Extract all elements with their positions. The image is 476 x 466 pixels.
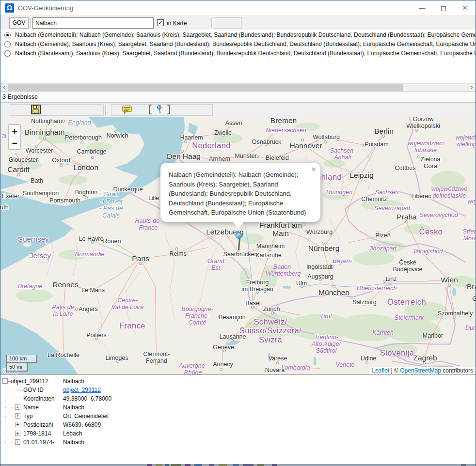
toolbar-panel [9,104,104,116]
map-pin-marker[interactable] [236,232,242,239]
app-window: Ω GOV-Geokodierung — ✕ GOV ✓ in Karte Na… [0,0,476,466]
scroll-right-button[interactable]: › [468,84,476,92]
city-dot [319,278,322,281]
toolbar-grip[interactable] [211,18,213,28]
city-dot [181,150,184,153]
city-dot [184,140,187,143]
zoom-in-button[interactable]: + [9,125,20,137]
city-dot [333,285,335,288]
tree-row-value: Lebach [63,429,82,438]
result-option[interactable]: Nalbach (Standesamt); Saarlouis (Kreis);… [0,49,476,58]
tree-expand-box[interactable]: + [15,439,20,445]
city-dot [85,165,88,168]
tree-row-value: Nalbach [63,377,84,386]
city-dot [365,361,368,364]
scroll-left-button[interactable]: ‹ [0,84,8,92]
clipped-content-sliver [0,464,476,466]
leaflet-link[interactable]: Leaflet [372,367,389,374]
city-dot [114,130,117,133]
osm-link[interactable]: OpenStreetMap [400,367,441,374]
tree-collapse-box[interactable]: − [2,378,8,384]
city-dot [56,191,59,194]
city-dot [382,135,385,138]
tree-expand-box[interactable]: + [15,422,20,427]
city-dot [376,232,379,234]
tree-expand-box[interactable]: + [15,431,20,436]
tree-row-value: Nalbach [63,403,84,412]
search-input[interactable] [32,17,154,29]
tree-connector [5,399,23,399]
tree-row-label: Postleitzahl [23,420,53,429]
close-button[interactable]: ✕ [454,0,476,16]
tree-connector [5,416,15,417]
in-karte-label: in Karte [167,20,187,27]
city-dot [383,280,386,283]
city-dot [85,196,88,199]
city-dot [305,230,308,233]
tree-row-label: 01.01.1974- [23,438,54,447]
tree-connector [5,434,15,434]
radio-button[interactable] [4,50,11,57]
toolbar-grip[interactable] [30,18,32,28]
city-dot [116,360,119,363]
tree-expand-box[interactable]: + [15,404,20,410]
zoom-control: + − [8,124,21,150]
result-option[interactable]: Nalbach (Gemeindeteil); Nalbach (Gemeind… [0,31,476,40]
horizontal-scrollbar[interactable]: ‹ › [0,83,476,91]
city-dot [80,141,83,144]
result-option[interactable]: Nalbach (Gemeinde); Saarlouis (Kreis); S… [0,40,476,49]
tree-row-value: 49,38000 6,78000 [63,394,111,403]
tree-row-label: Name [23,403,39,412]
tree-expand-box[interactable]: + [15,413,20,419]
city-dot [155,362,158,365]
city-dot [385,196,388,199]
city-dot [62,120,65,123]
city-dot [43,137,46,140]
city-dot [363,144,366,147]
result-option-text: Nalbach (Gemeindeteil); Nalbach (Gemeind… [15,31,476,38]
gov-id-link[interactable]: object_299112 [63,386,101,394]
scrollbar-thumb[interactable] [8,84,403,91]
result-count: 3 Ergebnisse [2,93,38,100]
toolbar-grip[interactable] [7,105,8,115]
tree-row-value: W6639, 66809 [63,420,101,429]
in-karte-checkbox[interactable]: ✓ [157,19,164,26]
city-dot [223,349,226,352]
result-list: Nalbach (Gemeindeteil); Nalbach (Gemeind… [0,30,476,83]
city-dot [405,220,408,223]
city-dot [423,361,426,364]
minimize-button[interactable]: — [412,0,433,16]
city-dot [220,368,222,371]
comment-bubble-icon[interactable] [121,104,133,115]
tree-row-label: Typ [23,412,32,420]
window-title: GOV-Geokodierung [18,4,73,12]
save-floppy-icon[interactable] [30,104,42,115]
maximize-icon [441,6,446,11]
map-toolbar [0,103,476,117]
radio-button[interactable] [4,41,11,47]
city-dot [140,187,143,190]
title-bar: Ω GOV-Geokodierung — ✕ [0,0,476,16]
gov-button[interactable]: GOV [9,17,29,29]
result-option-text: Nalbach (Gemeinde); Saarlouis (Kreis); S… [15,41,476,47]
zoom-out-button[interactable]: − [9,137,20,149]
city-dot [95,337,98,340]
search-toolbar: GOV ✓ in Karte [0,16,476,30]
leaflet-map[interactable]: NottinghamEnglandBirminghamPeterboroughN… [0,117,476,374]
city-dot [91,241,94,244]
result-option-text: Nalbach (Standesamt); Saarlouis (Kreis);… [15,50,476,57]
show-pin-on-map-icon[interactable] [146,104,173,115]
tree-connector [5,442,15,443]
city-dot [60,164,63,167]
city-dot [276,361,279,364]
city-dot [256,155,259,158]
tree-connector [5,407,15,408]
popup-close-icon[interactable]: × [311,165,316,174]
tree-row-label: 1798-1814 [23,429,51,438]
maximize-button[interactable] [433,0,454,16]
toolbar-grip[interactable] [105,105,107,115]
city-dot [17,173,20,176]
tree-connector [5,425,15,425]
radio-button[interactable] [4,32,11,38]
toolbar-grip[interactable] [7,18,8,28]
